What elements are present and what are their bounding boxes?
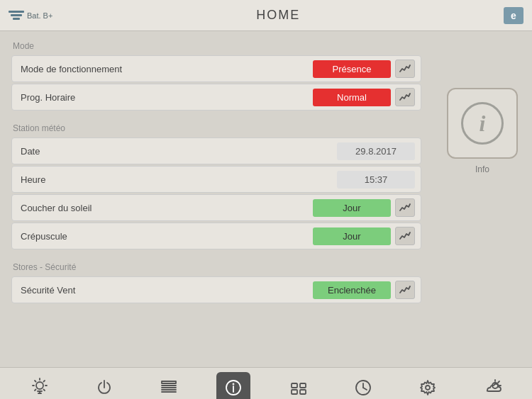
prog-horaire-label: Prog. Horaire (18, 92, 313, 103)
svg-line-6 (43, 389, 45, 390)
header-left: Bat. B+ (9, 11, 52, 20)
stores-securite-section: Stores - Sécurité Sécurité Vent Enclench… (11, 262, 421, 303)
crepuscule-value[interactable]: Jour (313, 227, 391, 245)
scene-button[interactable] (282, 372, 316, 400)
heure-row: Heure 15:37 (11, 166, 421, 193)
clock-button[interactable] (346, 372, 380, 400)
building-icon (9, 11, 24, 20)
info-box[interactable]: i (447, 88, 518, 159)
info-panel: i Info (433, 31, 532, 367)
main-area: Mode Mode de fonctionnement Présence Pro… (0, 31, 532, 367)
svg-line-30 (498, 381, 499, 383)
header: Bat. B+ HOME e (0, 0, 532, 31)
station-meteo-section: Station météo Date 29.8.2017 Heure 15:37… (11, 123, 421, 249)
svg-point-19 (233, 383, 234, 384)
station-meteo-label: Station météo (11, 123, 421, 133)
svg-rect-23 (300, 390, 306, 394)
info-panel-label: Info (475, 164, 489, 174)
prog-horaire-row: Prog. Horaire Normal (11, 84, 421, 111)
blind-button[interactable] (152, 372, 186, 400)
svg-line-8 (35, 389, 36, 390)
crepuscule-label: Crépuscule (18, 231, 313, 242)
svg-point-27 (426, 386, 430, 390)
prog-horaire-chart-btn[interactable] (395, 88, 415, 106)
svg-rect-22 (292, 390, 297, 394)
svg-line-5 (35, 381, 36, 382)
mode-fonctionnement-label: Mode de fonctionnement (18, 64, 313, 74)
date-row: Date 29.8.2017 (11, 137, 421, 164)
settings-button[interactable] (411, 372, 445, 400)
svg-rect-12 (162, 381, 176, 383)
heure-label: Heure (18, 174, 337, 185)
info-circle-icon: i (461, 102, 504, 145)
stores-securite-label: Stores - Sécurité (11, 262, 421, 272)
securite-vent-chart-btn[interactable] (395, 281, 415, 299)
svg-line-7 (43, 381, 45, 382)
svg-rect-21 (300, 383, 306, 388)
crepuscule-chart-btn[interactable] (395, 227, 415, 245)
prog-horaire-value[interactable]: Normal (313, 89, 391, 106)
heure-value: 15:37 (337, 171, 415, 189)
svg-point-0 (36, 382, 43, 389)
weather-button[interactable] (475, 372, 509, 400)
exit-button[interactable]: e (504, 7, 523, 24)
date-label: Date (18, 146, 337, 157)
coucher-soleil-value[interactable]: Jour (313, 199, 391, 217)
svg-line-26 (363, 388, 367, 390)
coucher-soleil-chart-btn[interactable] (395, 198, 415, 217)
date-value: 29.8.2017 (337, 142, 415, 160)
page-title: HOME (256, 8, 300, 23)
content-area: Mode Mode de fonctionnement Présence Pro… (0, 31, 433, 367)
securite-vent-label: Sécurité Vent (18, 285, 313, 296)
mode-fonctionnement-chart-btn[interactable] (395, 60, 415, 78)
svg-rect-20 (292, 383, 297, 388)
footer-toolbar (0, 367, 532, 399)
coucher-soleil-row: Coucher du soleil Jour (11, 194, 421, 221)
securite-vent-value[interactable]: Enclenchée (313, 281, 391, 299)
coucher-soleil-label: Coucher du soleil (18, 203, 313, 213)
mode-fonctionnement-row: Mode de fonctionnement Présence (11, 55, 421, 82)
mode-fonctionnement-value[interactable]: Présence (313, 60, 391, 78)
info-button[interactable] (216, 372, 250, 400)
battery-label: Bat. B+ (27, 11, 52, 20)
exit-icon[interactable]: e (504, 7, 523, 24)
mode-section: Mode Mode de fonctionnement Présence Pro… (11, 41, 421, 111)
crepuscule-row: Crépuscule Jour (11, 223, 421, 249)
securite-vent-row: Sécurité Vent Enclenchée (11, 276, 421, 303)
light-button[interactable] (23, 372, 57, 400)
mode-section-label: Mode (11, 41, 421, 51)
power-button[interactable] (87, 372, 121, 400)
